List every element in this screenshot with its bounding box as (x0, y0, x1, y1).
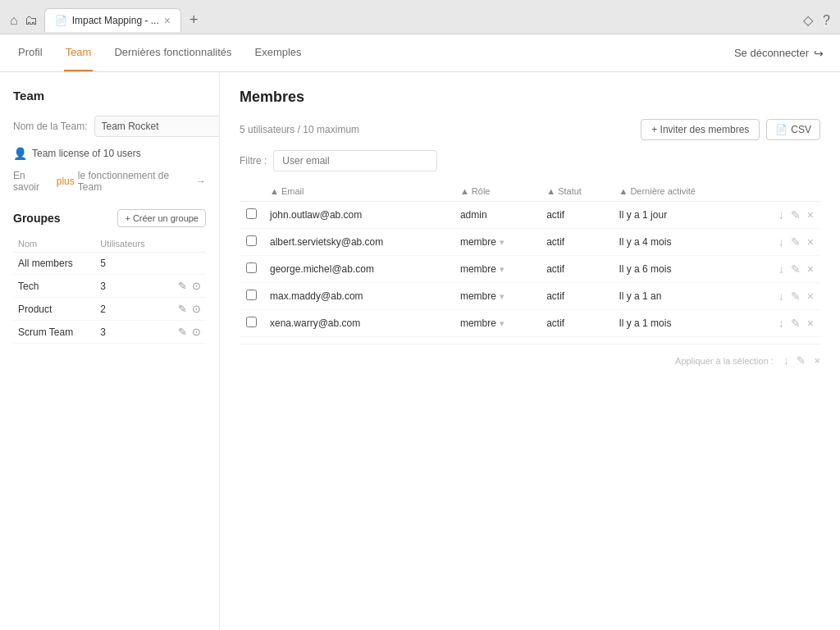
group-count: 3 (95, 275, 164, 298)
browser-actions: ◇ ? (803, 12, 830, 28)
create-group-button[interactable]: + Créer un groupe (117, 209, 206, 227)
member-download-icon[interactable]: ↓ (778, 290, 784, 303)
col-email[interactable]: ▲ Email (263, 181, 454, 202)
member-row-actions: ↓ ✎ × (754, 317, 814, 330)
member-activity: Il y a 1 jour (612, 202, 747, 229)
member-activity: Il y a 1 mois (612, 310, 747, 337)
member-role: membre ▾ (454, 256, 540, 283)
member-remove-icon[interactable]: × (807, 262, 814, 276)
member-download-icon[interactable]: ↓ (778, 262, 784, 276)
member-edit-icon[interactable]: ✎ (791, 208, 801, 221)
group-row: All members 5 (13, 253, 206, 275)
groups-title: Groupes (13, 212, 61, 225)
browser-chrome: ⌂ 🗂 📄 Impact Mapping - ... × + ◇ ? (0, 0, 840, 34)
group-actions: ✎⊙ (169, 326, 201, 338)
csv-file-icon: 📄 (775, 124, 788, 135)
new-tab-button[interactable]: + (183, 8, 205, 32)
group-settings-icon[interactable]: ⊙ (192, 326, 201, 338)
learn-more-prefix: En savoir (13, 170, 53, 193)
member-checkbox[interactable] (246, 208, 257, 219)
member-checkbox[interactable] (246, 290, 257, 300)
footer-actions: ↓ ✎ × (783, 354, 820, 367)
member-download-icon[interactable]: ↓ (778, 317, 784, 330)
help-icon[interactable]: ? (823, 13, 830, 28)
member-edit-icon[interactable]: ✎ (791, 317, 801, 330)
member-row-actions: ↓ ✎ × (754, 290, 814, 303)
member-status: actif (540, 229, 612, 256)
footer-edit-icon[interactable]: ✎ (797, 354, 806, 367)
member-role: admin (454, 202, 540, 229)
group-settings-icon[interactable]: ⊙ (192, 280, 201, 292)
member-edit-icon[interactable]: ✎ (791, 235, 801, 249)
member-row: xena.warry@ab.com membre ▾ actif Il y a … (240, 310, 820, 337)
active-tab[interactable]: 📄 Impact Mapping - ... × (44, 8, 181, 32)
nav-tab-dernieres[interactable]: Dernières fonctionnalités (112, 34, 233, 71)
member-row-actions: ↓ ✎ × (754, 208, 814, 221)
member-edit-icon[interactable]: ✎ (791, 262, 801, 276)
group-count: 3 (95, 321, 164, 344)
extensions-icon[interactable]: ◇ (803, 12, 813, 28)
member-row-actions: ↓ ✎ × (754, 262, 814, 276)
group-settings-icon[interactable]: ⊙ (192, 303, 201, 315)
nav-tab-profil[interactable]: Profil (16, 34, 44, 71)
group-row: Tech 3 ✎⊙ (13, 275, 206, 298)
role-dropdown-icon[interactable]: ▾ (500, 318, 504, 329)
group-edit-icon[interactable]: ✎ (178, 326, 187, 338)
member-remove-icon[interactable]: × (807, 317, 814, 330)
footer-label: Appliquer à la sélection : (675, 356, 774, 366)
member-remove-icon[interactable]: × (807, 208, 814, 221)
toolbar-actions: + Inviter des membres 📄 CSV (641, 119, 820, 140)
member-status: actif (540, 283, 612, 310)
member-download-icon[interactable]: ↓ (778, 208, 784, 221)
member-edit-icon[interactable]: ✎ (791, 290, 801, 303)
col-activite[interactable]: ▲ Dernière activité (612, 181, 747, 202)
member-checkbox-cell (240, 283, 263, 310)
members-table: ▲ Email ▲ Rôle ▲ Statut ▲ Dernière activ… (240, 181, 820, 337)
team-name-input[interactable] (94, 116, 221, 137)
footer-download-icon[interactable]: ↓ (783, 354, 789, 367)
member-activity: Il y a 4 mois (612, 229, 747, 256)
role-dropdown-icon[interactable]: ▾ (500, 291, 504, 302)
member-email: max.maddy@ab.com (263, 283, 454, 310)
logout-button[interactable]: Se déconnecter ↪ (734, 47, 824, 60)
member-remove-icon[interactable]: × (807, 235, 814, 249)
nav-tab-team[interactable]: Team (64, 34, 94, 71)
groups-header: Groupes + Créer un groupe (13, 209, 206, 227)
member-checkbox[interactable] (246, 317, 257, 327)
group-edit-icon[interactable]: ✎ (178, 280, 187, 292)
member-checkbox-cell (240, 256, 263, 283)
group-edit-icon[interactable]: ✎ (178, 303, 187, 315)
role-dropdown-icon[interactable]: ▾ (500, 264, 504, 275)
team-name-row: Nom de la Team: (13, 116, 206, 137)
learn-more-row: En savoir plus le fonctionnement de Team… (13, 170, 206, 193)
col-role[interactable]: ▲ Rôle (454, 181, 540, 202)
member-download-icon[interactable]: ↓ (778, 235, 784, 249)
filter-input[interactable] (273, 150, 437, 171)
footer-delete-icon[interactable]: × (814, 354, 820, 367)
member-checkbox[interactable] (246, 262, 257, 273)
nav-tab-exemples[interactable]: Exemples (253, 34, 304, 71)
csv-button[interactable]: 📄 CSV (766, 119, 820, 140)
invite-members-button[interactable]: + Inviter des membres (641, 119, 760, 140)
logout-label: Se déconnecter (734, 47, 809, 59)
tab-close-icon[interactable]: × (164, 14, 171, 27)
members-toolbar: 5 utilisateurs / 10 maximum + Inviter de… (240, 119, 820, 140)
member-checkbox[interactable] (246, 235, 257, 246)
member-status: actif (540, 256, 612, 283)
member-row-actions: ↓ ✎ × (754, 235, 814, 249)
folder-icon[interactable]: 🗂 (25, 13, 38, 28)
member-email: xena.warry@ab.com (263, 310, 454, 337)
groups-col-nom: Nom (13, 235, 95, 253)
home-icon[interactable]: ⌂ (10, 13, 18, 28)
group-name: All members (13, 253, 95, 275)
col-statut[interactable]: ▲ Statut (540, 181, 612, 202)
member-checkbox-cell (240, 229, 263, 256)
role-dropdown-icon[interactable]: ▾ (500, 237, 504, 248)
member-activity: Il y a 1 an (612, 283, 747, 310)
member-remove-icon[interactable]: × (807, 290, 814, 303)
member-role: membre ▾ (454, 310, 540, 337)
group-name: Product (13, 298, 95, 321)
learn-more-link[interactable]: plus (57, 176, 75, 187)
logout-icon: ↪ (814, 47, 824, 60)
members-section-title: Membres (240, 89, 820, 106)
